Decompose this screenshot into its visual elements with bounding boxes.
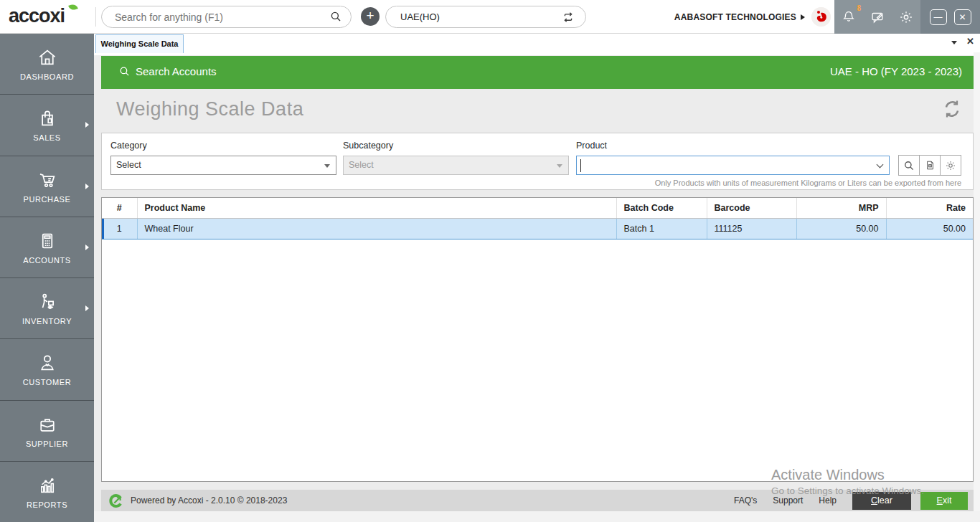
logo-leaf-icon bbox=[68, 3, 78, 11]
customer-person-icon bbox=[36, 352, 59, 374]
search-input[interactable] bbox=[115, 7, 316, 27]
inventory-trolley-icon bbox=[36, 291, 59, 313]
add-new-button[interactable]: + bbox=[361, 7, 380, 26]
cell-product-name: Wheat Flour bbox=[137, 218, 616, 239]
page-title: Weighing Scale Data bbox=[116, 98, 303, 120]
sidebar-item-label: SALES bbox=[33, 133, 60, 142]
search-accounts-button[interactable]: Search Accounts bbox=[118, 65, 217, 77]
tab-weighing-scale-data[interactable]: Weighing Scale Data bbox=[95, 34, 184, 53]
category-select[interactable]: Select bbox=[110, 156, 336, 175]
submenu-arrow-icon bbox=[85, 122, 89, 128]
faqs-link[interactable]: FAQ's bbox=[734, 495, 757, 506]
products-table: # Product Name Batch Code Barcode MRP Ra… bbox=[101, 197, 974, 482]
accoxi-footer-logo-icon bbox=[108, 493, 123, 508]
column-header-batch-code: Batch Code bbox=[616, 198, 707, 218]
reports-chart-icon bbox=[36, 475, 59, 496]
minimize-button[interactable]: — bbox=[930, 9, 947, 25]
category-label: Category bbox=[110, 141, 147, 151]
sidebar-item-sales[interactable]: SALES bbox=[0, 95, 94, 156]
subcategory-value: Select bbox=[349, 160, 374, 170]
column-header-index: # bbox=[102, 198, 137, 218]
main-content: Weighing Scale Data ✕ Search Accounts UA… bbox=[94, 34, 980, 522]
filter-panel: Category Select Subcategory Select Produ… bbox=[101, 133, 974, 190]
submenu-arrow-icon bbox=[85, 245, 89, 250]
chevron-down-icon bbox=[557, 164, 562, 168]
settings-gear-icon[interactable] bbox=[898, 9, 914, 25]
table-row[interactable]: 1 Wheat Flour Batch 1 111125 50.00 50.00 bbox=[102, 218, 973, 239]
chevron-down-icon[interactable] bbox=[877, 161, 884, 169]
app-window: accoxi + UAE(HO) AABASOFT TECHNOLOGIES bbox=[0, 0, 980, 522]
product-label: Product bbox=[576, 141, 607, 151]
sidebar-item-inventory[interactable]: INVENTORY bbox=[0, 278, 94, 339]
notifications-bell-icon[interactable]: 8 bbox=[841, 9, 857, 25]
close-button[interactable]: ✕ bbox=[954, 9, 971, 25]
bottom-gutter bbox=[94, 511, 980, 522]
calculator-icon bbox=[36, 230, 59, 252]
branch-selector[interactable]: UAE(HO) bbox=[385, 6, 586, 28]
cart-icon bbox=[36, 169, 59, 191]
sidebar-nav: DASHBOARD SALES PURCHASE bbox=[0, 34, 94, 522]
cell-index: 1 bbox=[102, 218, 137, 239]
home-icon bbox=[36, 47, 59, 68]
scale-settings-gear-button[interactable] bbox=[940, 155, 961, 176]
sidebar-item-label: PURCHASE bbox=[24, 195, 71, 204]
cell-barcode: 111125 bbox=[707, 218, 796, 239]
column-header-rate: Rate bbox=[886, 198, 973, 218]
text-cursor bbox=[580, 159, 581, 172]
window-controls: — ✕ bbox=[920, 0, 980, 34]
accoxi-logo: accoxi bbox=[9, 5, 65, 27]
messages-icon[interactable] bbox=[870, 9, 885, 25]
tab-bar: Weighing Scale Data ✕ bbox=[94, 34, 980, 56]
table-header-row: # Product Name Batch Code Barcode MRP Ra… bbox=[102, 198, 973, 218]
column-header-product-name: Product Name bbox=[137, 198, 616, 218]
help-link[interactable]: Help bbox=[819, 495, 837, 506]
switch-branch-icon[interactable] bbox=[561, 10, 575, 24]
export-excel-button[interactable] bbox=[919, 155, 941, 176]
search-products-button[interactable] bbox=[898, 155, 920, 176]
briefcase-icon bbox=[36, 414, 59, 435]
search-icon bbox=[329, 10, 342, 23]
search-accounts-label: Search Accounts bbox=[136, 65, 217, 77]
sidebar-item-supplier[interactable]: SUPPLIER bbox=[0, 401, 94, 462]
column-header-barcode: Barcode bbox=[707, 198, 796, 218]
sidebar-item-label: SUPPLIER bbox=[26, 440, 68, 448]
top-header: accoxi + UAE(HO) AABASOFT TECHNOLOGIES bbox=[0, 0, 980, 34]
clear-button[interactable]: Clear bbox=[852, 492, 911, 510]
export-note: Only Products with units of measurement … bbox=[655, 179, 961, 187]
sidebar-item-accounts[interactable]: ACCOUNTS bbox=[0, 217, 94, 278]
tab-list-dropdown-icon[interactable] bbox=[951, 41, 957, 44]
tab-close-icon[interactable]: ✕ bbox=[966, 36, 974, 47]
header-icon-panel: 8 bbox=[834, 0, 920, 34]
chevron-down-icon bbox=[324, 164, 330, 168]
footer-bar: Powered by Accoxi - 2.0.10 © 2018-2023 F… bbox=[101, 490, 974, 511]
global-search[interactable] bbox=[101, 6, 352, 28]
refresh-icon[interactable] bbox=[941, 98, 963, 120]
right-gutter bbox=[974, 52, 980, 511]
company-name[interactable]: AABASOFT TECHNOLOGIES bbox=[674, 12, 796, 22]
branch-value: UAE(HO) bbox=[400, 11, 440, 22]
avatar[interactable] bbox=[811, 7, 831, 27]
subcategory-select: Select bbox=[343, 156, 569, 175]
column-header-mrp: MRP bbox=[796, 198, 886, 218]
product-combobox[interactable] bbox=[576, 156, 890, 175]
sidebar-item-label: CUSTOMER bbox=[23, 378, 72, 386]
category-value: Select bbox=[116, 160, 141, 170]
shopping-bag-icon bbox=[36, 108, 59, 129]
branch-fiscal-year: UAE - HO (FY 2023 - 2023) bbox=[830, 65, 962, 77]
submenu-arrow-icon bbox=[85, 184, 89, 189]
accounts-toolbar: Search Accounts UAE - HO (FY 2023 - 2023… bbox=[101, 56, 974, 89]
sidebar-item-purchase[interactable]: PURCHASE bbox=[0, 156, 94, 217]
sidebar-item-label: REPORTS bbox=[27, 500, 67, 509]
subcategory-label: Subcategory bbox=[343, 141, 393, 151]
cell-mrp: 50.00 bbox=[796, 218, 886, 239]
support-link[interactable]: Support bbox=[773, 495, 803, 506]
notification-badge: 8 bbox=[857, 4, 861, 12]
powered-by-text: Powered by Accoxi - 2.0.10 © 2018-2023 bbox=[131, 495, 287, 506]
company-menu-arrow-icon bbox=[801, 14, 805, 20]
product-actions bbox=[899, 155, 961, 176]
sidebar-item-reports[interactable]: REPORTS bbox=[0, 462, 94, 522]
exit-button[interactable]: Exit bbox=[920, 492, 968, 510]
sidebar-item-dashboard[interactable]: DASHBOARD bbox=[0, 34, 94, 95]
sidebar-item-customer[interactable]: CUSTOMER bbox=[0, 339, 94, 400]
sidebar-item-label: INVENTORY bbox=[22, 317, 72, 326]
